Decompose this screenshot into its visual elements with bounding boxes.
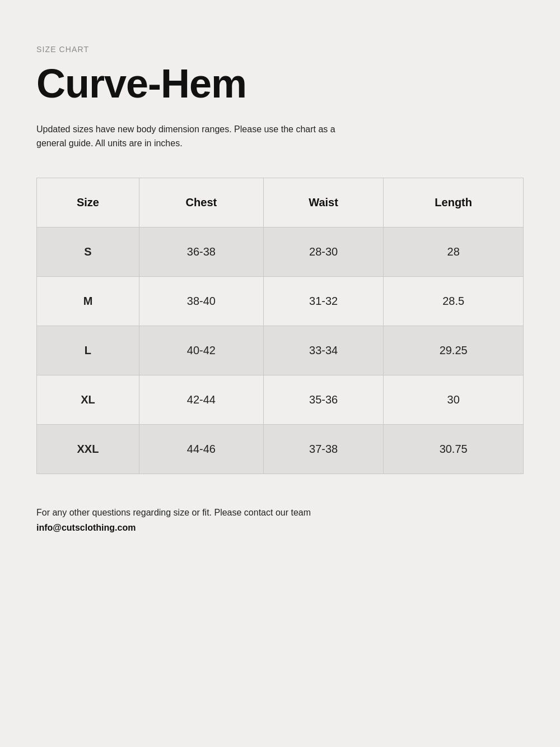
footer-email: info@cutsclothing.com — [36, 523, 524, 533]
cell-chest: 42-44 — [139, 375, 263, 424]
cell-chest: 38-40 — [139, 276, 263, 326]
cell-size: XL — [37, 375, 139, 424]
cell-chest: 40-42 — [139, 326, 263, 375]
size-chart-label: SIZE CHART — [36, 45, 524, 54]
cell-size: M — [37, 276, 139, 326]
cell-waist: 31-32 — [263, 276, 383, 326]
col-header-waist: Waist — [263, 178, 383, 227]
cell-waist: 28-30 — [263, 227, 383, 276]
col-header-length: Length — [384, 178, 524, 227]
col-header-chest: Chest — [139, 178, 263, 227]
cell-chest: 36-38 — [139, 227, 263, 276]
table-row: L40-4233-3429.25 — [37, 326, 524, 375]
cell-size: XXL — [37, 424, 139, 474]
col-header-size: Size — [37, 178, 139, 227]
cell-length: 29.25 — [384, 326, 524, 375]
page-container: SIZE CHART Curve-Hem Updated sizes have … — [0, 0, 560, 578]
cell-length: 28.5 — [384, 276, 524, 326]
table-row: XXL44-4637-3830.75 — [37, 424, 524, 474]
cell-waist: 33-34 — [263, 326, 383, 375]
table-row: M38-4031-3228.5 — [37, 276, 524, 326]
size-table: Size Chest Waist Length S36-3828-3028M38… — [36, 178, 524, 474]
cell-waist: 37-38 — [263, 424, 383, 474]
cell-length: 30.75 — [384, 424, 524, 474]
footer-text: For any other questions regarding size o… — [36, 505, 524, 520]
cell-waist: 35-36 — [263, 375, 383, 424]
cell-length: 30 — [384, 375, 524, 424]
cell-length: 28 — [384, 227, 524, 276]
cell-size: L — [37, 326, 139, 375]
description: Updated sizes have new body dimension ra… — [36, 122, 361, 151]
table-header-row: Size Chest Waist Length — [37, 178, 524, 227]
table-row: XL42-4435-3630 — [37, 375, 524, 424]
cell-chest: 44-46 — [139, 424, 263, 474]
table-row: S36-3828-3028 — [37, 227, 524, 276]
page-title: Curve-Hem — [36, 63, 524, 105]
cell-size: S — [37, 227, 139, 276]
